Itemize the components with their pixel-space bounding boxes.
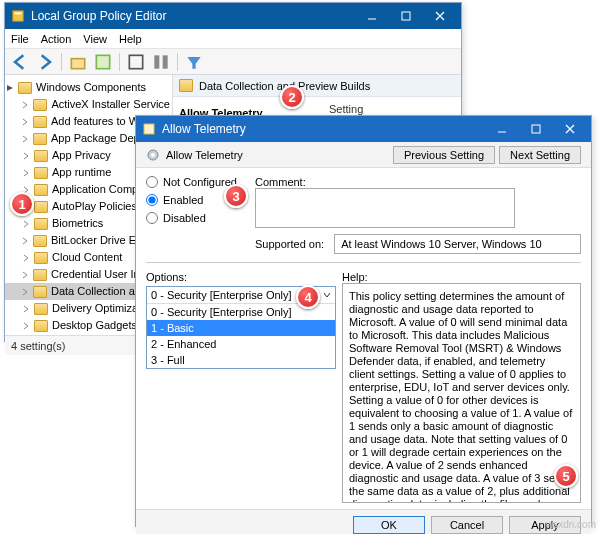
- gpedit-title: Local Group Policy Editor: [31, 9, 355, 23]
- collapse-icon[interactable]: [5, 83, 14, 92]
- help-text[interactable]: This policy setting determines the amoun…: [342, 283, 581, 503]
- dialog-buttons: OK Cancel Apply: [136, 509, 591, 534]
- cancel-button[interactable]: Cancel: [431, 516, 503, 534]
- expand-icon[interactable]: [21, 270, 29, 279]
- ok-button[interactable]: OK: [353, 516, 425, 534]
- dialog-subheader: Allow Telemetry Previous Setting Next Se…: [136, 142, 591, 168]
- watermark: wsxdn.com: [546, 519, 596, 530]
- pane-header: Data Collection and Preview Builds: [173, 75, 461, 97]
- folder-icon: [33, 116, 47, 128]
- folder-icon: [33, 286, 47, 298]
- comment-field[interactable]: [255, 188, 515, 228]
- expand-icon[interactable]: [21, 168, 30, 177]
- gpedit-titlebar[interactable]: Local Group Policy Editor: [5, 3, 461, 29]
- up-button[interactable]: [67, 51, 89, 73]
- radio-not-configured[interactable]: Not Configured: [146, 176, 237, 188]
- callout-3: 3: [224, 184, 248, 208]
- forward-button[interactable]: [34, 51, 56, 73]
- minimize-button[interactable]: [485, 118, 519, 140]
- select-option[interactable]: 1 - Basic: [147, 320, 335, 336]
- back-button[interactable]: [9, 51, 31, 73]
- menu-view[interactable]: View: [83, 33, 107, 45]
- folder-icon: [18, 82, 32, 94]
- comment-label: Comment:: [255, 176, 581, 188]
- callout-2: 2: [280, 85, 304, 109]
- next-setting-button[interactable]: Next Setting: [499, 146, 581, 164]
- dialog-title: Allow Telemetry: [162, 122, 485, 136]
- folder-icon: [34, 201, 48, 213]
- folder-icon: [34, 150, 48, 162]
- close-button[interactable]: [423, 5, 457, 27]
- svg-rect-1: [15, 13, 22, 15]
- minimize-button[interactable]: [355, 5, 389, 27]
- svg-rect-9: [154, 55, 159, 68]
- help-label: Help:: [342, 271, 581, 283]
- status-text: 4 setting(s): [11, 340, 65, 352]
- folder-icon: [33, 269, 47, 281]
- expand-icon[interactable]: [21, 134, 29, 143]
- svg-rect-0: [13, 11, 24, 22]
- folder-icon: [34, 320, 48, 332]
- dialog-subtitle: Allow Telemetry: [166, 149, 243, 161]
- close-button[interactable]: [553, 118, 587, 140]
- maximize-button[interactable]: [389, 5, 423, 27]
- svg-rect-13: [144, 124, 154, 134]
- folder-icon: [179, 79, 193, 92]
- export-button[interactable]: [125, 51, 147, 73]
- svg-rect-10: [163, 55, 168, 68]
- expand-icon[interactable]: [21, 117, 29, 126]
- supported-field: [334, 234, 581, 254]
- expand-icon[interactable]: [21, 253, 30, 262]
- svg-rect-15: [532, 125, 540, 133]
- gpedit-icon: [11, 9, 25, 23]
- folder-icon: [34, 303, 48, 315]
- maximize-button[interactable]: [519, 118, 553, 140]
- expand-icon[interactable]: [21, 236, 29, 245]
- options-label: Options:: [146, 271, 336, 283]
- folder-icon: [34, 218, 48, 230]
- gear-icon: [146, 148, 160, 162]
- svg-rect-8: [129, 55, 142, 68]
- dialog-titlebar[interactable]: Allow Telemetry: [136, 116, 591, 142]
- callout-5: 5: [554, 464, 578, 488]
- expand-icon[interactable]: [21, 304, 30, 313]
- chevron-down-icon: [323, 289, 331, 301]
- refresh-button[interactable]: [150, 51, 172, 73]
- expand-icon[interactable]: [21, 287, 29, 296]
- state-radios: Not Configured Enabled Disabled: [146, 176, 237, 224]
- policy-icon: [142, 122, 156, 136]
- menu-file[interactable]: File: [11, 33, 29, 45]
- folder-icon: [33, 99, 47, 111]
- menu-help[interactable]: Help: [119, 33, 142, 45]
- folder-icon: [34, 184, 48, 196]
- folder-icon: [33, 133, 47, 145]
- gpedit-toolbar: [5, 49, 461, 75]
- supported-label: Supported on:: [255, 238, 324, 250]
- callout-1: 1: [10, 192, 34, 216]
- expand-icon[interactable]: [21, 151, 30, 160]
- callout-4: 4: [296, 285, 320, 309]
- folder-icon: [33, 235, 47, 247]
- expand-icon[interactable]: [21, 100, 29, 109]
- expand-icon[interactable]: [21, 219, 30, 228]
- previous-setting-button[interactable]: Previous Setting: [393, 146, 495, 164]
- folder-icon: [34, 252, 48, 264]
- gpedit-menubar: File Action View Help: [5, 29, 461, 49]
- folder-icon: [34, 167, 48, 179]
- select-option[interactable]: 2 - Enhanced: [147, 336, 335, 352]
- tree-root[interactable]: Windows Components: [5, 79, 172, 96]
- svg-rect-6: [71, 58, 84, 68]
- select-option[interactable]: 3 - Full: [147, 352, 335, 368]
- filter-button[interactable]: [183, 51, 205, 73]
- tree-item[interactable]: ActiveX Installer Service: [5, 96, 172, 113]
- svg-point-19: [151, 153, 155, 157]
- policy-dialog: Allow Telemetry Allow Telemetry Previous…: [135, 115, 592, 527]
- svg-rect-7: [96, 55, 109, 68]
- radio-disabled[interactable]: Disabled: [146, 212, 237, 224]
- expand-icon[interactable]: [21, 321, 30, 330]
- select-current: 0 - Security [Enterprise Only]: [151, 289, 292, 301]
- menu-action[interactable]: Action: [41, 33, 72, 45]
- show-hide-button[interactable]: [92, 51, 114, 73]
- svg-rect-3: [402, 12, 410, 20]
